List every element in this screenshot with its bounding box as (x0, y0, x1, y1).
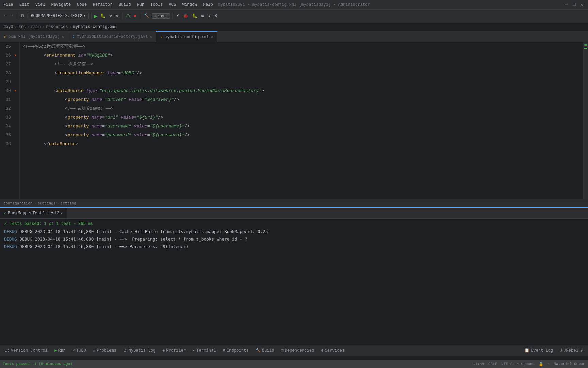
btool-build[interactable]: 🔨 Build (252, 347, 278, 354)
line-num-35: 35 (0, 131, 13, 140)
tab-pom-close[interactable]: ✕ (62, 35, 64, 39)
minimize-button[interactable]: ─ (564, 2, 569, 7)
gutter-row-25: 25 (0, 42, 19, 51)
breadcrumb-src[interactable]: src (18, 25, 26, 29)
menu-run[interactable]: Run (137, 2, 144, 7)
menu-code[interactable]: Code (77, 2, 87, 7)
btool-mybatis-log[interactable]: 🗋 MyBatis Log (120, 347, 159, 354)
run-config-dropdown-icon[interactable]: ▼ (84, 14, 86, 18)
breadcrumb-resources[interactable]: resources (46, 25, 68, 29)
btool-dependencies[interactable]: ◫ Dependencies (278, 347, 318, 354)
menu-tools[interactable]: Tools (150, 2, 163, 7)
window-controls[interactable]: ─ □ ✕ (564, 2, 585, 7)
gutter-sym-30[interactable]: ● (13, 87, 18, 95)
code-editor[interactable]: <!——MySql数据库环境配置——> <environment id="MyS… (20, 42, 583, 199)
status-theme[interactable]: Material Ocean (554, 362, 585, 366)
menu-edit[interactable]: Edit (19, 2, 29, 7)
menu-file[interactable]: File (3, 2, 13, 7)
mybatis-log-icon: 🗋 (123, 348, 127, 353)
menu-navigate[interactable]: Navigate (51, 2, 71, 7)
bottom-bc-sep1: › (34, 201, 36, 205)
btool-jrebel-label: JRebel ∂ (564, 348, 583, 353)
status-encoding[interactable]: UTF-8 (501, 362, 512, 366)
maximize-button[interactable]: □ (571, 2, 577, 7)
profiler-icon: ◈ (162, 348, 165, 353)
recent-files-button[interactable]: 🗋 (19, 13, 26, 19)
endpoints-icon: ⊞ (223, 348, 225, 353)
tab-druid-close[interactable]: ✕ (150, 35, 152, 39)
jrebel-toolbar-icon: J (560, 348, 562, 353)
line-num-36: 36 (0, 140, 13, 149)
editor-tab-bar: m pom.xml (mybatisday3) ✕ J MyDruidDataS… (0, 31, 588, 42)
tab-pom[interactable]: m pom.xml (mybatisday3) ✕ (0, 31, 68, 42)
status-indent[interactable]: 4 spaces (517, 362, 535, 366)
menu-view[interactable]: View (35, 2, 45, 7)
forward-button[interactable]: → (9, 13, 14, 19)
toolbar-separator-1 (17, 13, 17, 19)
btool-event-log[interactable]: 📋 Event Log (521, 347, 556, 354)
btool-endpoints[interactable]: ⊞ Endpoints (219, 347, 252, 354)
bottom-breadcrumb: configuration › settings › setting (0, 199, 588, 207)
toolbar-extra-5[interactable]: ★ (207, 13, 212, 19)
test-tab-close[interactable]: ✕ (61, 211, 63, 215)
gutter-sym-26[interactable]: ● (13, 51, 18, 60)
bottom-bc-settings[interactable]: settings (37, 201, 55, 205)
status-time: 11:49 (473, 362, 484, 366)
minimap-scrollbar[interactable] (583, 42, 588, 199)
menu-build[interactable]: Build (118, 2, 131, 7)
services-icon: ⚙ (321, 348, 323, 353)
main-toolbar: ← → 🗋 BOOKMAPPERTEST2.TEST2 ▼ ▶ 🐛 ⊕ ◈ ⬡ … (0, 10, 588, 22)
btool-services[interactable]: ⚙ Services (317, 347, 348, 354)
btool-dependencies-label: Dependencies (285, 348, 314, 353)
back-button[interactable]: ← (3, 13, 8, 19)
code-line-33: <property name="url" value="${url}"/> (22, 113, 583, 122)
line-num-31: 31 (0, 95, 13, 104)
toolbar-extra-1[interactable]: ⚡ (175, 13, 180, 19)
btool-run[interactable]: ▶ Run (51, 347, 69, 354)
code-line-28: <transactionManager type="JDBC"/> (22, 69, 583, 78)
toolbar-extra-6[interactable]: Ж (213, 13, 218, 19)
build-icon: 🔨 (256, 348, 261, 353)
menu-window[interactable]: Window (182, 2, 197, 7)
stop-button[interactable]: ■ (132, 13, 137, 19)
debug-button[interactable]: 🐛 (99, 13, 107, 19)
toolbar-extra-2[interactable]: 🐞 (182, 13, 190, 19)
jrebel-badge[interactable]: JREBEL (152, 13, 170, 19)
menu-vcs[interactable]: VCS (169, 2, 176, 7)
toolbar-extra-4[interactable]: ⊞ (200, 13, 205, 19)
run-button[interactable]: ▶ (94, 12, 98, 20)
btool-jrebel[interactable]: J JRebel ∂ (556, 348, 587, 354)
menu-bar[interactable]: File Edit View Navigate Code Refactor Bu… (3, 2, 213, 7)
profile-button[interactable]: ◈ (115, 13, 120, 19)
bottom-bc-setting[interactable]: setting (61, 201, 76, 205)
run-with-coverage-button[interactable]: ⊕ (108, 13, 113, 19)
tab-mybatis-close[interactable]: ✕ (211, 35, 213, 39)
tab-mybatis[interactable]: x mybatis-config.xml ✕ (156, 31, 217, 42)
test-tab-bookMapper[interactable]: ✓ BookMapperTest2.test2 ✕ (0, 208, 67, 218)
breadcrumb-filename[interactable]: mybatis-config.xml (73, 25, 117, 29)
breadcrumb-main[interactable]: main (31, 25, 41, 29)
test-pass-icon: ✓ (4, 221, 7, 227)
btool-problems[interactable]: ⚠ Problems (89, 347, 120, 354)
breadcrumb-sep-1: › (15, 25, 17, 29)
status-line-ending[interactable]: CRLF (488, 362, 497, 366)
bottom-bc-config[interactable]: configuration (3, 201, 33, 205)
btool-todo[interactable]: ✓ TODO (69, 347, 89, 354)
menu-refactor[interactable]: Refactor (93, 2, 113, 7)
menu-help[interactable]: Help (203, 2, 213, 7)
toolbar-extra-3[interactable]: 🐛 (191, 13, 199, 19)
breadcrumb-day3[interactable]: day3 (3, 25, 13, 29)
build-project-button[interactable]: 🔨 (143, 13, 150, 19)
btool-version-control[interactable]: ⎇ Version Control (1, 347, 51, 354)
line-number-gutter: 25 26 ● 27 28 29 30 ● 31 32 (0, 42, 20, 199)
btool-problems-label: Problems (97, 348, 116, 353)
gutter-row-35: 35 (0, 131, 19, 140)
close-button[interactable]: ✕ (579, 2, 585, 7)
gutter-row-32: 32 (0, 104, 19, 113)
btool-terminal[interactable]: ▸ Terminal (189, 347, 219, 354)
tab-druid[interactable]: J MyDruidDataSourceFactory.java ✕ (68, 31, 156, 42)
run-configuration[interactable]: BOOKMAPPERTEST2.TEST2 ▼ (28, 13, 88, 19)
step-over-button[interactable]: ⬡ (125, 13, 131, 19)
tab-druid-icon: J (72, 35, 75, 39)
btool-profiler[interactable]: ◈ Profiler (159, 347, 189, 354)
